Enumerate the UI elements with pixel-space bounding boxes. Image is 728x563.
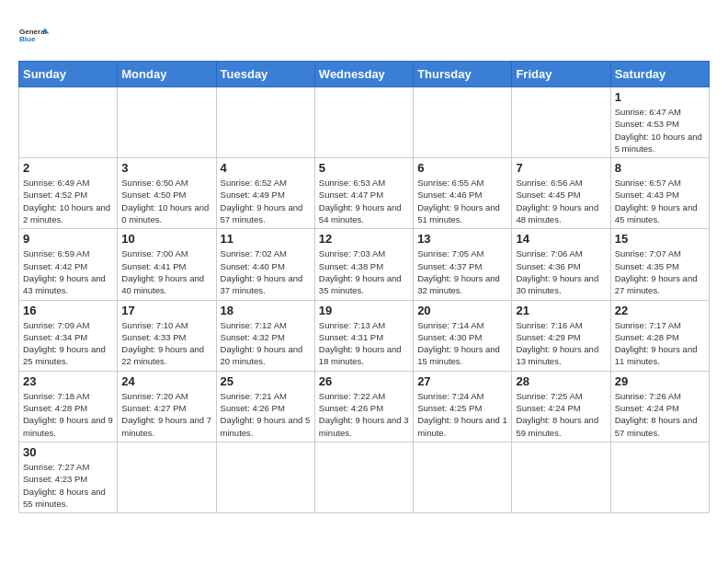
calendar-cell: 4Sunrise: 6:52 AM Sunset: 4:49 PM Daylig…: [216, 158, 314, 229]
logo: GeneralBlue: [18, 18, 51, 52]
header-day-thursday: Thursday: [414, 62, 512, 87]
calendar-cell: [610, 442, 709, 512]
calendar-cell: [118, 87, 216, 158]
day-number: 26: [319, 374, 409, 388]
day-info: Sunrise: 7:03 AM Sunset: 4:38 PM Dayligh…: [319, 247, 409, 296]
day-number: 7: [516, 161, 606, 175]
day-info: Sunrise: 7:12 AM Sunset: 4:32 PM Dayligh…: [221, 319, 311, 368]
header-day-sunday: Sunday: [19, 62, 118, 87]
day-info: Sunrise: 7:13 AM Sunset: 4:31 PM Dayligh…: [319, 319, 409, 368]
calendar-cell: [216, 442, 314, 512]
day-number: 25: [221, 374, 311, 388]
header-day-wednesday: Wednesday: [314, 62, 413, 87]
calendar-cell: 22Sunrise: 7:17 AM Sunset: 4:28 PM Dayli…: [610, 300, 709, 371]
day-number: 12: [319, 232, 409, 246]
day-info: Sunrise: 7:05 AM Sunset: 4:37 PM Dayligh…: [417, 247, 507, 296]
day-info: Sunrise: 7:21 AM Sunset: 4:26 PM Dayligh…: [221, 390, 311, 439]
day-number: 30: [23, 445, 113, 459]
calendar-cell: 5Sunrise: 6:53 AM Sunset: 4:47 PM Daylig…: [314, 158, 413, 229]
day-number: 3: [121, 161, 211, 175]
calendar-cell: 24Sunrise: 7:20 AM Sunset: 4:27 PM Dayli…: [118, 371, 216, 442]
calendar-table: SundayMondayTuesdayWednesdayThursdayFrid…: [18, 61, 710, 513]
calendar-cell: 20Sunrise: 7:14 AM Sunset: 4:30 PM Dayli…: [414, 300, 512, 371]
calendar-cell: 11Sunrise: 7:02 AM Sunset: 4:40 PM Dayli…: [216, 229, 314, 300]
day-number: 19: [319, 304, 409, 317]
day-number: 11: [221, 232, 311, 246]
day-info: Sunrise: 7:25 AM Sunset: 4:24 PM Dayligh…: [516, 390, 606, 439]
day-number: 5: [319, 161, 409, 175]
day-number: 20: [417, 304, 507, 317]
day-number: 15: [615, 232, 705, 246]
calendar-cell: 26Sunrise: 7:22 AM Sunset: 4:26 PM Dayli…: [314, 371, 413, 442]
day-number: 24: [121, 374, 211, 388]
day-number: 17: [121, 304, 211, 317]
calendar-cell: 1Sunrise: 6:47 AM Sunset: 4:53 PM Daylig…: [610, 87, 709, 158]
day-info: Sunrise: 7:22 AM Sunset: 4:26 PM Dayligh…: [319, 390, 409, 439]
calendar-cell: 6Sunrise: 6:55 AM Sunset: 4:46 PM Daylig…: [414, 158, 512, 229]
calendar-cell: [512, 87, 610, 158]
calendar-week-3: 9Sunrise: 6:59 AM Sunset: 4:42 PM Daylig…: [19, 229, 710, 300]
day-number: 8: [615, 161, 705, 175]
day-info: Sunrise: 7:27 AM Sunset: 4:23 PM Dayligh…: [23, 461, 113, 510]
day-number: 4: [221, 161, 311, 175]
day-number: 27: [417, 374, 507, 388]
header: GeneralBlue: [18, 18, 710, 52]
calendar-cell: 2Sunrise: 6:49 AM Sunset: 4:52 PM Daylig…: [19, 158, 118, 229]
day-number: 10: [121, 232, 211, 246]
calendar-cell: 10Sunrise: 7:00 AM Sunset: 4:41 PM Dayli…: [118, 229, 216, 300]
calendar-week-5: 23Sunrise: 7:18 AM Sunset: 4:28 PM Dayli…: [19, 371, 710, 442]
calendar-cell: 27Sunrise: 7:24 AM Sunset: 4:25 PM Dayli…: [414, 371, 512, 442]
day-number: 2: [23, 161, 113, 175]
calendar-cell: 19Sunrise: 7:13 AM Sunset: 4:31 PM Dayli…: [314, 300, 413, 371]
calendar-cell: [512, 442, 610, 512]
day-number: 29: [615, 374, 705, 388]
calendar-cell: 3Sunrise: 6:50 AM Sunset: 4:50 PM Daylig…: [118, 158, 216, 229]
calendar-cell: 9Sunrise: 6:59 AM Sunset: 4:42 PM Daylig…: [19, 229, 118, 300]
calendar-week-2: 2Sunrise: 6:49 AM Sunset: 4:52 PM Daylig…: [19, 158, 710, 229]
day-info: Sunrise: 7:16 AM Sunset: 4:29 PM Dayligh…: [516, 319, 606, 368]
calendar-header-row: SundayMondayTuesdayWednesdayThursdayFrid…: [19, 62, 710, 87]
calendar-cell: 21Sunrise: 7:16 AM Sunset: 4:29 PM Dayli…: [512, 300, 610, 371]
day-info: Sunrise: 7:10 AM Sunset: 4:33 PM Dayligh…: [121, 319, 211, 368]
calendar-cell: 23Sunrise: 7:18 AM Sunset: 4:28 PM Dayli…: [19, 371, 118, 442]
day-number: 21: [516, 304, 606, 317]
calendar-cell: 8Sunrise: 6:57 AM Sunset: 4:43 PM Daylig…: [610, 158, 709, 229]
day-info: Sunrise: 7:00 AM Sunset: 4:41 PM Dayligh…: [121, 247, 211, 296]
header-day-friday: Friday: [512, 62, 610, 87]
day-info: Sunrise: 7:17 AM Sunset: 4:28 PM Dayligh…: [615, 319, 705, 368]
calendar-cell: [414, 442, 512, 512]
day-number: 22: [615, 304, 705, 317]
day-info: Sunrise: 6:49 AM Sunset: 4:52 PM Dayligh…: [23, 177, 113, 225]
day-info: Sunrise: 7:09 AM Sunset: 4:34 PM Dayligh…: [23, 319, 113, 368]
header-day-monday: Monday: [118, 62, 216, 87]
day-info: Sunrise: 7:02 AM Sunset: 4:40 PM Dayligh…: [221, 247, 311, 296]
day-number: 23: [23, 374, 113, 388]
calendar-cell: [118, 442, 216, 512]
day-info: Sunrise: 7:14 AM Sunset: 4:30 PM Dayligh…: [417, 319, 507, 368]
calendar-cell: 7Sunrise: 6:56 AM Sunset: 4:45 PM Daylig…: [512, 158, 610, 229]
calendar-cell: 30Sunrise: 7:27 AM Sunset: 4:23 PM Dayli…: [19, 442, 118, 512]
calendar-cell: [19, 87, 118, 158]
calendar-cell: 12Sunrise: 7:03 AM Sunset: 4:38 PM Dayli…: [314, 229, 413, 300]
day-info: Sunrise: 7:07 AM Sunset: 4:35 PM Dayligh…: [615, 247, 705, 296]
day-info: Sunrise: 6:50 AM Sunset: 4:50 PM Dayligh…: [121, 177, 211, 225]
day-info: Sunrise: 7:26 AM Sunset: 4:24 PM Dayligh…: [615, 390, 705, 439]
svg-text:Blue: Blue: [19, 35, 36, 43]
header-day-tuesday: Tuesday: [216, 62, 314, 87]
day-info: Sunrise: 7:24 AM Sunset: 4:25 PM Dayligh…: [417, 390, 507, 439]
day-number: 16: [23, 304, 113, 317]
day-info: Sunrise: 6:47 AM Sunset: 4:53 PM Dayligh…: [615, 106, 705, 155]
day-number: 14: [516, 232, 606, 246]
calendar-cell: 13Sunrise: 7:05 AM Sunset: 4:37 PM Dayli…: [414, 229, 512, 300]
calendar-cell: 17Sunrise: 7:10 AM Sunset: 4:33 PM Dayli…: [118, 300, 216, 371]
day-info: Sunrise: 7:06 AM Sunset: 4:36 PM Dayligh…: [516, 247, 606, 296]
day-info: Sunrise: 6:56 AM Sunset: 4:45 PM Dayligh…: [516, 177, 606, 225]
day-info: Sunrise: 7:18 AM Sunset: 4:28 PM Dayligh…: [23, 390, 113, 439]
day-info: Sunrise: 6:55 AM Sunset: 4:46 PM Dayligh…: [417, 177, 507, 225]
calendar-cell: [314, 442, 413, 512]
day-number: 18: [221, 304, 311, 317]
calendar-cell: [216, 87, 314, 158]
svg-text:General: General: [19, 28, 47, 36]
logo-icon: GeneralBlue: [18, 18, 51, 52]
calendar-cell: 29Sunrise: 7:26 AM Sunset: 4:24 PM Dayli…: [610, 371, 709, 442]
